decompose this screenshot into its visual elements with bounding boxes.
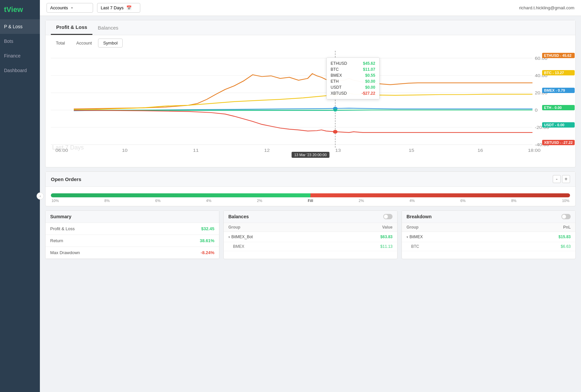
breakdown-row-bitmex: ▾ BitMEX $15.83 bbox=[402, 232, 575, 242]
fill-label-8l: 8% bbox=[104, 199, 110, 203]
balances-header: Balances bbox=[224, 211, 397, 223]
breakdown-header: Breakdown bbox=[402, 211, 575, 223]
breakdown-body: Group PnL ▾ BitMEX $15.83 BTC $6.63 bbox=[402, 223, 575, 251]
date-range-picker[interactable]: Last 7 Days 📅 bbox=[97, 3, 140, 13]
balances-row-bitmex-bot: ▾ BitMEX_Bot $63.83 bbox=[224, 232, 397, 242]
fill-label-4r: 4% bbox=[409, 199, 415, 203]
svg-text:13: 13 bbox=[335, 148, 341, 153]
chart-right-labels: ETHUSD - 45.62 BTC - 13.27 BMEX - 0.79 E… bbox=[542, 48, 575, 150]
label-xbtusd: XBTUSD - -27.22 bbox=[542, 140, 575, 145]
tooltip-label-bmex: BMEX bbox=[331, 73, 342, 78]
sidebar-item-bots[interactable]: Bots bbox=[0, 34, 40, 49]
tooltip-label-usdt: USDT bbox=[331, 85, 342, 90]
breakdown-sub-value-btc: $6.63 bbox=[561, 244, 571, 249]
label-eth: ETH - 0.00 bbox=[542, 105, 575, 110]
balances-body: Group Value ▾ BitMEX_Bot $63.83 BMEX $11… bbox=[224, 223, 397, 251]
tooltip-value-bmex: $0.55 bbox=[365, 73, 375, 78]
tooltip-label-eth: ETH bbox=[331, 79, 339, 84]
summary-row-drawdown: Max Drawdown -8.24% bbox=[46, 247, 219, 259]
summary-label-pnl: Profit & Loss bbox=[50, 226, 75, 231]
balances-sub-row-bmex: BMEX $11.13 bbox=[224, 242, 397, 251]
fill-label-6r: 6% bbox=[460, 199, 466, 203]
breakdown-expand-icon[interactable]: ▾ bbox=[407, 235, 408, 239]
balances-toggle[interactable] bbox=[383, 214, 393, 219]
open-orders-title: Open Orders bbox=[51, 176, 81, 182]
expand-icon[interactable]: ▾ bbox=[228, 235, 230, 239]
fill-label-10l: 10% bbox=[52, 199, 59, 203]
fill-axis: 10% 8% 6% 4% 2% Fill 2% 4% 6% 8% 10% bbox=[51, 199, 570, 203]
app-logo: tView bbox=[0, 0, 40, 19]
sub-name-bmex: BMEX bbox=[233, 244, 380, 249]
breakdown-group-value-bitmex: $15.83 bbox=[558, 235, 571, 239]
svg-text:10: 10 bbox=[122, 148, 128, 153]
sub-tab-account[interactable]: Account bbox=[71, 39, 97, 48]
breakdown-title: Breakdown bbox=[407, 214, 431, 219]
sub-tab-symbol[interactable]: Symbol bbox=[98, 39, 122, 48]
balances-col-value: Value bbox=[382, 225, 393, 230]
user-email: richard.t.hickling@gmail.com bbox=[519, 5, 574, 10]
open-orders-header: Open Orders - + bbox=[46, 172, 575, 187]
tooltip-row-bmex: BMEX $0.55 bbox=[331, 72, 375, 78]
summary-header: Summary bbox=[46, 211, 219, 223]
group-name-bitmex-bot: BitMEX_Bot bbox=[231, 235, 380, 239]
tooltip-label-ethusd: ETHUSD bbox=[331, 61, 347, 66]
svg-text:0: 0 bbox=[535, 108, 538, 112]
panel-tabs: Profit & Loss Balances bbox=[46, 20, 575, 35]
breakdown-table-header: Group PnL bbox=[402, 223, 575, 232]
summary-row-pnl: Profit & Loss $32.45 bbox=[46, 223, 219, 235]
summary-value-drawdown: -8.24% bbox=[201, 250, 214, 255]
topbar: Accounts ▾ Last 7 Days 📅 richard.t.hickl… bbox=[40, 0, 581, 16]
fill-bar-green bbox=[51, 193, 310, 197]
balances-panel: Balances Group Value ▾ BitMEX_Bot $63.83… bbox=[223, 210, 398, 259]
summary-label-drawdown: Max Drawdown bbox=[50, 250, 80, 255]
breakdown-toggle[interactable] bbox=[561, 214, 571, 219]
fill-label-8r: 8% bbox=[511, 199, 517, 203]
calendar-icon: 📅 bbox=[126, 5, 132, 10]
breakdown-col-group: Group bbox=[407, 225, 563, 230]
summary-title: Summary bbox=[50, 214, 71, 219]
tooltip-row-xbtusd: XBTUSD -$27.22 bbox=[331, 90, 375, 96]
tooltip-row-btc: BTC $11.07 bbox=[331, 66, 375, 72]
profit-loss-chart: 60.00 40.00 20.00 0 -20.00 -40.00 bbox=[51, 51, 555, 154]
label-usdt: USDT - 0.00 bbox=[542, 122, 575, 128]
topbar-controls: Accounts ▾ Last 7 Days 📅 bbox=[47, 3, 140, 13]
open-orders-plus-button[interactable]: + bbox=[562, 175, 570, 183]
breakdown-col-pnl: PnL bbox=[563, 225, 571, 230]
fill-label-4l: 4% bbox=[206, 199, 211, 203]
tab-profit-loss[interactable]: Profit & Loss bbox=[51, 20, 92, 35]
tooltip-label-btc: BTC bbox=[331, 67, 339, 72]
tooltip-value-eth: $0.00 bbox=[365, 79, 375, 84]
bottom-grid: Summary Profit & Loss $32.45 Return 38.6… bbox=[45, 210, 576, 259]
balances-title: Balances bbox=[228, 214, 249, 219]
svg-text:15: 15 bbox=[408, 148, 414, 153]
tooltip-row-usdt: USDT $0.00 bbox=[331, 84, 375, 90]
fill-label-center: Fill bbox=[308, 199, 313, 203]
sidebar-item-finance[interactable]: Finance bbox=[0, 49, 40, 63]
label-ethusd: ETHUSD - 45.62 bbox=[542, 53, 575, 58]
fill-bar-red bbox=[310, 193, 570, 197]
fill-label-6l: 6% bbox=[155, 199, 161, 203]
tooltip-value-xbtusd: -$27.22 bbox=[362, 91, 375, 96]
tooltip-value-usdt: $0.00 bbox=[365, 85, 375, 90]
tooltip-label-xbtusd: XBTUSD bbox=[331, 91, 347, 96]
summary-row-return: Return 38.61% bbox=[46, 235, 219, 247]
breakdown-sub-row-btc: BTC $6.63 bbox=[402, 242, 575, 251]
open-orders-controls: - + bbox=[553, 175, 570, 183]
sidebar-collapse-button[interactable]: ‹ bbox=[37, 192, 44, 200]
sub-value-bmex: $11.13 bbox=[380, 244, 393, 249]
summary-panel: Summary Profit & Loss $32.45 Return 38.6… bbox=[45, 210, 219, 259]
svg-text:11: 11 bbox=[193, 148, 199, 153]
fill-bar-container: 10% 8% 6% 4% 2% Fill 2% 4% 6% 8% 10% bbox=[46, 187, 575, 206]
profit-loss-panel: Profit & Loss Balances Total Account Sym… bbox=[45, 20, 576, 167]
tab-balances[interactable]: Balances bbox=[92, 21, 124, 35]
open-orders-panel: Open Orders - + 10% 8% 6% 4% 2% Fill bbox=[45, 171, 576, 206]
accounts-dropdown[interactable]: Accounts ▾ bbox=[47, 3, 93, 13]
sub-tab-total[interactable]: Total bbox=[51, 39, 70, 48]
summary-body: Profit & Loss $32.45 Return 38.61% Max D… bbox=[46, 223, 219, 259]
sidebar-item-dashboard[interactable]: Dashboard bbox=[0, 63, 40, 78]
balances-col-group: Group bbox=[228, 225, 382, 230]
open-orders-minus-button[interactable]: - bbox=[553, 175, 561, 183]
svg-text:12: 12 bbox=[264, 148, 270, 153]
accounts-dropdown-arrow: ▾ bbox=[71, 6, 89, 10]
sidebar-item-ploss[interactable]: P & Loss bbox=[0, 19, 40, 34]
